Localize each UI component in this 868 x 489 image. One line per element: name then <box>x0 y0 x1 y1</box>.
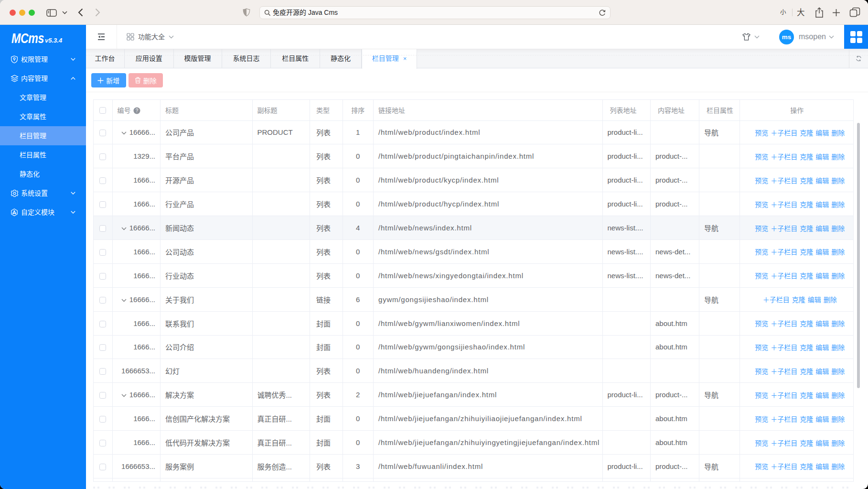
svg-text:?: ? <box>135 108 138 113</box>
